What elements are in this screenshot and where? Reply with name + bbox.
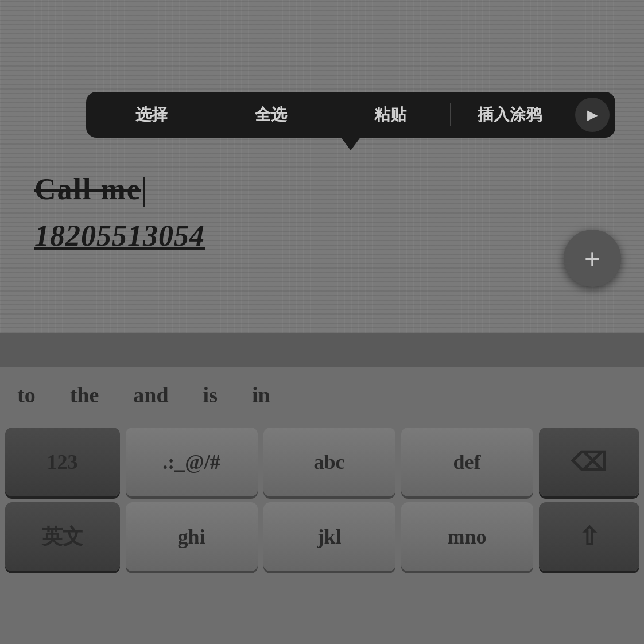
- text-line-2: 18205513054: [34, 219, 575, 253]
- text-line-1: Call me: [34, 172, 575, 207]
- key-123[interactable]: 123: [5, 428, 120, 496]
- shift-icon: ⇧: [579, 522, 600, 552]
- keyboard-row-2: 英文 ghi jkl mno ⇧: [5, 502, 639, 571]
- context-menu-select-all[interactable]: 全选: [211, 104, 330, 126]
- suggestion-is[interactable]: is: [203, 382, 218, 408]
- suggestion-the[interactable]: the: [70, 382, 99, 408]
- context-menu-more-arrow[interactable]: ▶: [575, 98, 610, 132]
- context-menu-select[interactable]: 选择: [92, 104, 211, 126]
- keyboard-separator: [0, 333, 644, 367]
- suggestion-and[interactable]: and: [133, 382, 168, 408]
- key-mno[interactable]: mno: [401, 502, 533, 571]
- text-cursor: [143, 177, 145, 207]
- key-abc[interactable]: abc: [263, 428, 395, 496]
- suggestion-to[interactable]: to: [17, 382, 36, 408]
- context-menu: 选择 全选 粘贴 插入涂鸦 ▶: [86, 92, 615, 138]
- key-backspace[interactable]: ⌫: [539, 428, 639, 496]
- context-menu-paste[interactable]: 粘贴: [331, 104, 450, 126]
- plus-button[interactable]: +: [564, 230, 621, 287]
- keyboard-keys: 123 .:_@/# abc def ⌫ 英文 ghi jkl mno ⇧: [0, 422, 644, 571]
- text-editor-area: 选择 全选 粘贴 插入涂鸦 ▶ Call me 18205513054 +: [0, 0, 644, 333]
- context-menu-insert-scribble[interactable]: 插入涂鸦: [451, 104, 569, 126]
- word-suggestions-bar: to the and is in: [0, 367, 644, 422]
- key-symbols[interactable]: .:_@/#: [126, 428, 258, 496]
- key-def[interactable]: def: [401, 428, 533, 496]
- suggestion-in[interactable]: in: [252, 382, 270, 408]
- key-shift[interactable]: ⇧: [539, 502, 639, 571]
- keyboard-area: to the and is in 123 .:_@/# abc def ⌫ 英文…: [0, 367, 644, 644]
- key-english[interactable]: 英文: [5, 502, 120, 571]
- backspace-icon: ⌫: [571, 447, 607, 477]
- text-content-area[interactable]: Call me 18205513054: [34, 172, 575, 253]
- keyboard-row-1: 123 .:_@/# abc def ⌫: [5, 428, 639, 496]
- key-ghi[interactable]: ghi: [126, 502, 258, 571]
- key-jkl[interactable]: jkl: [263, 502, 395, 571]
